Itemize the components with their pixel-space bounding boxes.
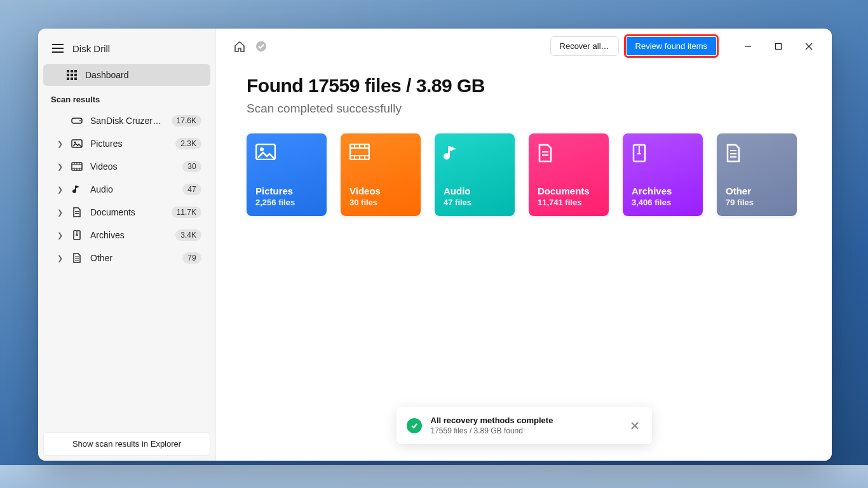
tile-count: 79 files — [726, 198, 788, 207]
svg-rect-5 — [74, 74, 77, 76]
toast-title: All recovery methods complete — [431, 416, 619, 425]
file-icon — [726, 144, 788, 168]
sidebar-item-label: Archives — [90, 230, 168, 240]
count-badge: 3.4K — [175, 229, 201, 241]
svg-rect-16 — [776, 43, 782, 49]
topbar: Recover all… Review found items — [216, 29, 832, 61]
tile-videos[interactable]: Videos 30 files — [341, 133, 421, 216]
sidebar: Disk Drill Dashboard Scan results SanDis… — [38, 29, 216, 461]
recover-all-label: Recover all… — [560, 41, 609, 51]
close-button[interactable] — [797, 37, 820, 55]
taskbar — [0, 465, 868, 488]
recover-all-button[interactable]: Recover all… — [550, 36, 619, 56]
document-icon — [71, 207, 83, 217]
tile-count: 30 files — [349, 198, 412, 207]
svg-rect-3 — [67, 74, 69, 76]
sidebar-item-label: Dashboard — [85, 70, 201, 80]
chevron-right-icon: ❯ — [57, 208, 63, 217]
chevron-right-icon: ❯ — [57, 231, 63, 240]
svg-rect-4 — [71, 74, 73, 76]
review-found-items-label: Review found items — [635, 41, 707, 51]
file-icon — [71, 253, 83, 263]
minimize-button[interactable] — [736, 37, 759, 55]
show-in-explorer-label: Show scan results in Explorer — [72, 439, 181, 449]
drive-icon — [71, 117, 83, 125]
tile-documents[interactable]: Documents 11,741 files — [529, 133, 609, 216]
sidebar-item-dashboard[interactable]: Dashboard — [43, 64, 210, 86]
sidebar-item-videos[interactable]: ❯ Videos 30 — [43, 155, 210, 178]
sidebar-header: Disk Drill — [38, 34, 215, 64]
sidebar-item-label: SanDisk Cruzer Blade… — [90, 116, 164, 126]
sidebar-item-archives[interactable]: ❯ Archives 3.4K — [43, 224, 210, 247]
check-circle-icon — [407, 418, 422, 433]
maximize-button[interactable] — [767, 37, 790, 55]
chevron-right-icon: ❯ — [57, 140, 63, 148]
hamburger-icon[interactable] — [51, 41, 65, 55]
sidebar-item-documents[interactable]: ❯ Documents 11.7K — [43, 201, 210, 224]
app-title: Disk Drill — [72, 43, 110, 54]
tile-archives[interactable]: Archives 3,406 files — [623, 133, 703, 216]
close-icon[interactable] — [628, 419, 642, 433]
document-icon — [538, 144, 600, 168]
tile-count: 47 files — [444, 198, 506, 207]
svg-point-10 — [79, 120, 81, 121]
content: Found 17559 files / 3.89 GB Scan complet… — [216, 61, 832, 216]
tile-name: Documents — [538, 186, 600, 196]
sidebar-item-label: Other — [90, 253, 175, 263]
svg-point-18 — [260, 147, 264, 151]
count-badge: 79 — [182, 252, 201, 264]
review-found-items-button[interactable]: Review found items — [627, 37, 716, 55]
music-note-icon — [71, 184, 83, 194]
music-note-icon — [444, 144, 506, 168]
archive-icon — [71, 230, 83, 240]
count-badge: 30 — [182, 161, 201, 172]
sidebar-item-pictures[interactable]: ❯ Pictures 2.3K — [43, 132, 210, 155]
tile-count: 3,406 files — [632, 198, 694, 207]
archive-icon — [632, 144, 694, 168]
app-window: Disk Drill Dashboard Scan results SanDis… — [38, 29, 832, 461]
tile-name: Pictures — [255, 186, 318, 196]
page-title: Found 17559 files / 3.89 GB — [247, 75, 801, 97]
chevron-right-icon: ❯ — [57, 186, 63, 194]
toast-notification: All recovery methods complete 17559 file… — [397, 407, 652, 444]
tile-pictures[interactable]: Pictures 2,256 files — [247, 133, 327, 216]
tile-name: Other — [726, 186, 788, 196]
svg-rect-6 — [67, 78, 69, 80]
tile-name: Videos — [349, 186, 412, 196]
sidebar-section-scan-results: Scan results — [38, 86, 215, 109]
svg-rect-0 — [67, 70, 69, 72]
sidebar-item-other[interactable]: ❯ Other 79 — [43, 247, 210, 269]
picture-icon — [71, 139, 83, 148]
picture-icon — [255, 144, 318, 168]
grid-icon — [66, 70, 78, 80]
count-badge: 11.7K — [172, 207, 201, 218]
tile-name: Audio — [444, 186, 506, 196]
sidebar-item-label: Documents — [90, 207, 164, 217]
sidebar-item-device[interactable]: SanDisk Cruzer Blade… 17.6K — [43, 109, 210, 132]
tile-count: 2,256 files — [255, 198, 318, 207]
toast-body: All recovery methods complete 17559 file… — [431, 416, 619, 435]
category-tiles: Pictures 2,256 files Videos 30 files Aud… — [247, 133, 801, 216]
svg-rect-1 — [71, 70, 73, 72]
count-badge: 17.6K — [172, 115, 201, 126]
chevron-right-icon: ❯ — [57, 254, 63, 262]
svg-rect-2 — [74, 70, 77, 72]
count-badge: 47 — [182, 184, 201, 195]
sidebar-item-label: Videos — [90, 161, 175, 172]
tile-count: 11,741 files — [538, 198, 600, 207]
sidebar-item-label: Audio — [90, 184, 175, 194]
page-subtitle: Scan completed successfully — [247, 102, 801, 116]
tile-name: Archives — [632, 186, 694, 196]
count-badge: 2.3K — [175, 138, 201, 149]
show-in-explorer-button[interactable]: Show scan results in Explorer — [43, 432, 210, 456]
sidebar-item-label: Pictures — [90, 139, 168, 149]
tile-other[interactable]: Other 79 files — [717, 133, 797, 216]
film-icon — [349, 144, 412, 168]
home-icon[interactable] — [233, 39, 247, 53]
tile-audio[interactable]: Audio 47 files — [435, 133, 515, 216]
toast-subtitle: 17559 files / 3.89 GB found — [431, 426, 619, 435]
chevron-right-icon: ❯ — [57, 163, 63, 171]
shield-check-icon[interactable] — [254, 39, 268, 53]
svg-rect-7 — [71, 78, 73, 80]
sidebar-item-audio[interactable]: ❯ Audio 47 — [43, 178, 210, 201]
